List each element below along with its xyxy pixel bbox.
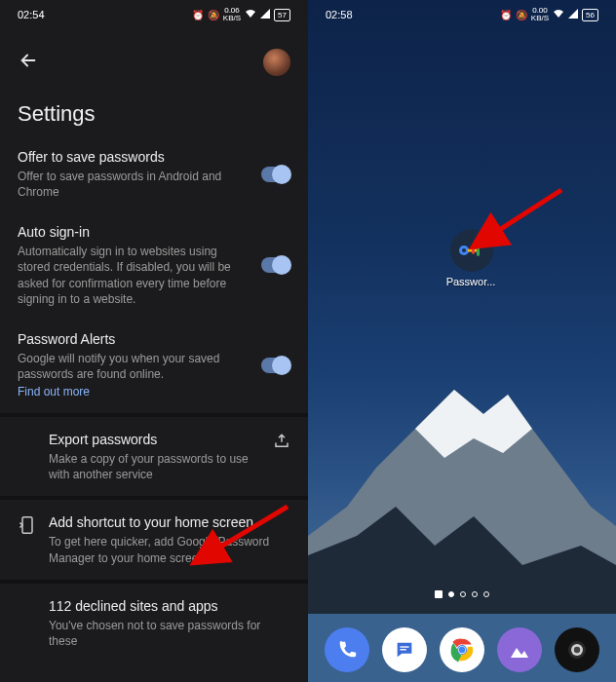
alerts-toggle[interactable] xyxy=(261,358,290,373)
home-screen: 02:58 ⏰ 🔕 0.00KB/S 56 xyxy=(308,0,616,682)
signal-icon xyxy=(260,9,270,20)
shortcut-label: Passwor... xyxy=(443,276,499,287)
offer-toggle[interactable] xyxy=(261,167,290,182)
add-to-home-icon xyxy=(18,515,37,535)
status-icons-right: ⏰ 🔕 0.00KB/S 56 xyxy=(500,7,598,22)
status-icons-left: ⏰ 🔕 0.06KB/S 57 xyxy=(192,7,290,22)
shortcut-title: Add shortcut to your home screen xyxy=(49,513,290,532)
back-button[interactable] xyxy=(18,50,39,75)
messages-app[interactable] xyxy=(382,627,427,672)
offer-desc: Offer to save passwords in Android and C… xyxy=(18,169,251,200)
page-indicator-dot xyxy=(448,591,454,597)
offer-title: Offer to save passwords xyxy=(18,148,251,167)
page-title: Settings xyxy=(0,84,308,138)
svg-rect-7 xyxy=(472,249,475,254)
alerts-title: Password Alerts xyxy=(18,330,251,349)
password-alerts-row[interactable]: Password Alerts Google will notify you w… xyxy=(0,321,308,413)
declined-sites-row[interactable]: 112 declined sites and apps You've chose… xyxy=(0,584,308,663)
svg-line-9 xyxy=(493,190,561,234)
status-bar-right: 02:58 ⏰ 🔕 0.00KB/S 56 xyxy=(308,0,616,29)
page-indicator-dot xyxy=(460,591,466,597)
page-indicator-dot xyxy=(472,591,478,597)
svg-point-21 xyxy=(574,647,580,653)
export-desc: Make a copy of your passwords to use wit… xyxy=(49,451,261,482)
dock xyxy=(308,627,616,672)
svg-rect-14 xyxy=(400,649,405,650)
password-manager-shortcut[interactable]: Passwor... xyxy=(443,229,501,287)
battery-indicator: 56 xyxy=(582,9,598,21)
header-row xyxy=(0,29,308,84)
offer-save-passwords-row[interactable]: Offer to save passwords Offer to save pa… xyxy=(0,138,308,213)
signal-icon xyxy=(568,9,578,20)
network-speed: 0.06KB/S xyxy=(223,7,241,22)
auto-signin-row[interactable]: Auto sign-in Automatically sign in to we… xyxy=(0,213,308,321)
export-title: Export passwords xyxy=(49,431,261,449)
camera-app[interactable] xyxy=(555,627,599,672)
export-icon xyxy=(273,433,290,450)
auto-desc: Automatically sign in to websites using … xyxy=(18,244,251,307)
svg-point-18 xyxy=(459,647,466,654)
page-indicator xyxy=(308,590,616,598)
status-bar-left: 02:54 ⏰ 🔕 0.06KB/S 57 xyxy=(0,0,308,29)
page-indicator-dot xyxy=(483,591,489,597)
mute-icon: 🔕 xyxy=(208,10,219,20)
page-indicator-home xyxy=(435,590,443,598)
add-shortcut-row[interactable]: Add shortcut to your home screen To get … xyxy=(0,500,308,579)
svg-rect-13 xyxy=(400,646,408,647)
gallery-app[interactable] xyxy=(497,627,542,672)
status-time: 02:58 xyxy=(326,9,353,20)
declined-desc: You've chosen not to save passwords for … xyxy=(49,618,283,649)
mute-icon: 🔕 xyxy=(516,10,527,20)
declined-title: 112 declined sites and apps xyxy=(49,597,290,616)
avatar[interactable] xyxy=(263,49,290,76)
svg-rect-6 xyxy=(477,249,480,256)
shortcut-desc: To get here quicker, add Google Password… xyxy=(49,534,283,565)
alarm-icon: ⏰ xyxy=(500,10,512,20)
phone-app[interactable] xyxy=(325,627,369,672)
settings-screen: 02:54 ⏰ 🔕 0.06KB/S 57 Settings Offer to … xyxy=(0,0,308,682)
wallpaper-mountain xyxy=(308,360,616,614)
password-manager-icon xyxy=(450,229,493,272)
wifi-icon xyxy=(245,9,256,20)
network-speed: 0.00KB/S xyxy=(531,7,549,22)
alerts-desc: Google will notify you when your saved p… xyxy=(18,351,251,382)
battery-indicator: 57 xyxy=(274,9,290,21)
svg-point-4 xyxy=(462,248,466,252)
auto-toggle[interactable] xyxy=(261,257,290,273)
alarm-icon: ⏰ xyxy=(192,10,204,20)
wifi-icon xyxy=(553,9,564,20)
auto-title: Auto sign-in xyxy=(18,223,251,242)
chrome-app[interactable] xyxy=(440,627,484,672)
export-passwords-row[interactable]: Export passwords Make a copy of your pas… xyxy=(0,417,308,496)
find-out-more-link[interactable]: Find out more xyxy=(18,385,90,398)
status-time: 02:54 xyxy=(18,9,45,20)
svg-rect-0 xyxy=(22,517,32,534)
